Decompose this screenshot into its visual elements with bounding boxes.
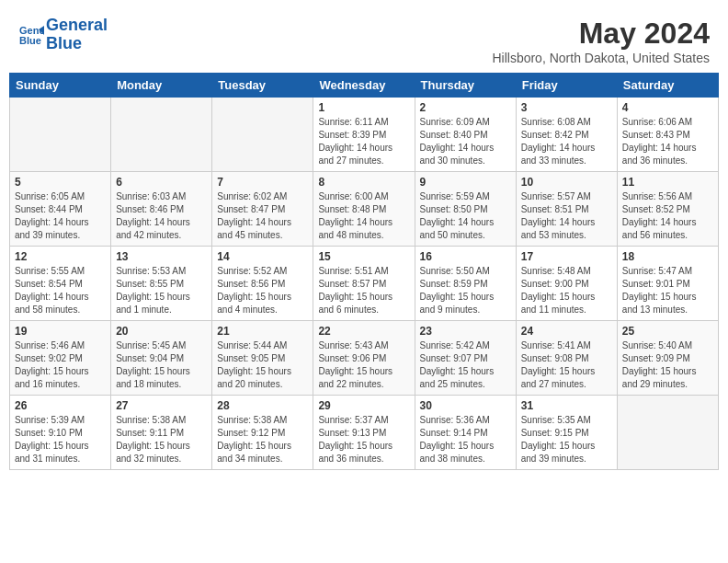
calendar-day-8: 8Sunrise: 6:00 AM Sunset: 8:48 PM Daylig… bbox=[313, 172, 415, 247]
day-info: Sunrise: 5:55 AM Sunset: 8:54 PM Dayligh… bbox=[15, 265, 106, 316]
day-number: 11 bbox=[622, 176, 713, 189]
calendar-day-3: 3Sunrise: 6:08 AM Sunset: 8:42 PM Daylig… bbox=[516, 98, 617, 172]
calendar-day-7: 7Sunrise: 6:02 AM Sunset: 8:47 PM Daylig… bbox=[212, 172, 313, 247]
day-number: 4 bbox=[622, 101, 713, 114]
day-number: 17 bbox=[521, 250, 612, 263]
day-info: Sunrise: 6:02 AM Sunset: 8:47 PM Dayligh… bbox=[217, 190, 308, 242]
calendar-empty-cell bbox=[111, 98, 212, 172]
calendar-day-29: 29Sunrise: 5:37 AM Sunset: 9:13 PM Dayli… bbox=[313, 396, 415, 470]
day-number: 23 bbox=[420, 325, 511, 338]
day-number: 3 bbox=[521, 101, 612, 114]
calendar-empty-cell bbox=[617, 396, 718, 470]
calendar-day-13: 13Sunrise: 5:53 AM Sunset: 8:55 PM Dayli… bbox=[111, 247, 212, 321]
day-number: 24 bbox=[521, 325, 612, 338]
day-info: Sunrise: 5:45 AM Sunset: 9:04 PM Dayligh… bbox=[116, 339, 207, 391]
day-info: Sunrise: 5:47 AM Sunset: 9:01 PM Dayligh… bbox=[622, 265, 713, 316]
calendar-day-28: 28Sunrise: 5:38 AM Sunset: 9:12 PM Dayli… bbox=[212, 396, 313, 470]
day-number: 31 bbox=[521, 399, 612, 412]
day-number: 27 bbox=[116, 399, 207, 412]
day-info: Sunrise: 6:09 AM Sunset: 8:40 PM Dayligh… bbox=[420, 116, 511, 167]
weekday-header-sunday: Sunday bbox=[10, 74, 111, 98]
day-info: Sunrise: 5:38 AM Sunset: 9:11 PM Dayligh… bbox=[116, 414, 207, 465]
day-info: Sunrise: 5:51 AM Sunset: 8:57 PM Dayligh… bbox=[318, 265, 409, 316]
weekday-header-saturday: Saturday bbox=[617, 74, 718, 98]
day-info: Sunrise: 5:39 AM Sunset: 9:10 PM Dayligh… bbox=[15, 414, 106, 465]
page-header: General Blue GeneralBlue May 2024 Hillsb… bbox=[9, 9, 719, 69]
day-info: Sunrise: 5:43 AM Sunset: 9:06 PM Dayligh… bbox=[318, 339, 409, 391]
calendar-week-2: 5Sunrise: 6:05 AM Sunset: 8:44 PM Daylig… bbox=[10, 172, 719, 247]
day-info: Sunrise: 6:00 AM Sunset: 8:48 PM Dayligh… bbox=[318, 190, 409, 242]
calendar-day-18: 18Sunrise: 5:47 AM Sunset: 9:01 PM Dayli… bbox=[617, 247, 718, 321]
day-info: Sunrise: 5:52 AM Sunset: 8:56 PM Dayligh… bbox=[217, 265, 308, 316]
weekday-header-wednesday: Wednesday bbox=[313, 74, 415, 98]
day-number: 19 bbox=[15, 325, 106, 338]
month-title: May 2024 bbox=[492, 17, 710, 51]
calendar-day-11: 11Sunrise: 5:56 AM Sunset: 8:52 PM Dayli… bbox=[617, 172, 718, 247]
calendar-week-3: 12Sunrise: 5:55 AM Sunset: 8:54 PM Dayli… bbox=[10, 247, 719, 321]
calendar-week-4: 19Sunrise: 5:46 AM Sunset: 9:02 PM Dayli… bbox=[10, 321, 719, 396]
calendar-day-17: 17Sunrise: 5:48 AM Sunset: 9:00 PM Dayli… bbox=[516, 247, 617, 321]
day-number: 14 bbox=[217, 250, 308, 263]
day-info: Sunrise: 5:44 AM Sunset: 9:05 PM Dayligh… bbox=[217, 339, 308, 391]
calendar-empty-cell bbox=[212, 98, 313, 172]
day-info: Sunrise: 5:40 AM Sunset: 9:09 PM Dayligh… bbox=[622, 339, 713, 391]
day-number: 21 bbox=[217, 325, 308, 338]
calendar-day-24: 24Sunrise: 5:41 AM Sunset: 9:08 PM Dayli… bbox=[516, 321, 617, 396]
day-info: Sunrise: 5:53 AM Sunset: 8:55 PM Dayligh… bbox=[116, 265, 207, 316]
calendar-day-26: 26Sunrise: 5:39 AM Sunset: 9:10 PM Dayli… bbox=[10, 396, 111, 470]
day-number: 28 bbox=[217, 399, 308, 412]
day-number: 1 bbox=[318, 101, 409, 114]
calendar-table: SundayMondayTuesdayWednesdayThursdayFrid… bbox=[9, 73, 719, 470]
day-info: Sunrise: 6:11 AM Sunset: 8:39 PM Dayligh… bbox=[318, 116, 409, 167]
logo-text: GeneralBlue bbox=[46, 17, 108, 53]
day-number: 2 bbox=[420, 101, 511, 114]
day-number: 26 bbox=[15, 399, 106, 412]
day-number: 7 bbox=[217, 176, 308, 189]
calendar-day-6: 6Sunrise: 6:03 AM Sunset: 8:46 PM Daylig… bbox=[111, 172, 212, 247]
weekday-header-tuesday: Tuesday bbox=[212, 74, 313, 98]
calendar-day-1: 1Sunrise: 6:11 AM Sunset: 8:39 PM Daylig… bbox=[313, 98, 415, 172]
day-info: Sunrise: 5:38 AM Sunset: 9:12 PM Dayligh… bbox=[217, 414, 308, 465]
day-info: Sunrise: 5:36 AM Sunset: 9:14 PM Dayligh… bbox=[420, 414, 511, 465]
day-info: Sunrise: 6:05 AM Sunset: 8:44 PM Dayligh… bbox=[15, 190, 106, 242]
day-info: Sunrise: 5:59 AM Sunset: 8:50 PM Dayligh… bbox=[420, 190, 511, 242]
calendar-day-16: 16Sunrise: 5:50 AM Sunset: 8:59 PM Dayli… bbox=[415, 247, 516, 321]
logo-icon: General Blue bbox=[18, 22, 44, 48]
calendar-day-27: 27Sunrise: 5:38 AM Sunset: 9:11 PM Dayli… bbox=[111, 396, 212, 470]
location-title: Hillsboro, North Dakota, United States bbox=[492, 51, 710, 65]
day-number: 29 bbox=[318, 399, 409, 412]
day-number: 22 bbox=[318, 325, 409, 338]
day-info: Sunrise: 5:48 AM Sunset: 9:00 PM Dayligh… bbox=[521, 265, 612, 316]
day-info: Sunrise: 6:03 AM Sunset: 8:46 PM Dayligh… bbox=[116, 190, 207, 242]
title-block: May 2024 Hillsboro, North Dakota, United… bbox=[492, 17, 710, 65]
weekday-header-row: SundayMondayTuesdayWednesdayThursdayFrid… bbox=[10, 74, 719, 98]
day-number: 16 bbox=[420, 250, 511, 263]
day-info: Sunrise: 5:41 AM Sunset: 9:08 PM Dayligh… bbox=[521, 339, 612, 391]
day-info: Sunrise: 6:06 AM Sunset: 8:43 PM Dayligh… bbox=[622, 116, 713, 167]
day-info: Sunrise: 5:57 AM Sunset: 8:51 PM Dayligh… bbox=[521, 190, 612, 242]
logo: General Blue GeneralBlue bbox=[18, 17, 108, 53]
day-number: 6 bbox=[116, 176, 207, 189]
day-number: 30 bbox=[420, 399, 511, 412]
day-info: Sunrise: 5:42 AM Sunset: 9:07 PM Dayligh… bbox=[420, 339, 511, 391]
day-info: Sunrise: 5:35 AM Sunset: 9:15 PM Dayligh… bbox=[521, 414, 612, 465]
calendar-day-2: 2Sunrise: 6:09 AM Sunset: 8:40 PM Daylig… bbox=[415, 98, 516, 172]
calendar-day-19: 19Sunrise: 5:46 AM Sunset: 9:02 PM Dayli… bbox=[10, 321, 111, 396]
calendar-day-31: 31Sunrise: 5:35 AM Sunset: 9:15 PM Dayli… bbox=[516, 396, 617, 470]
svg-text:Blue: Blue bbox=[19, 35, 41, 46]
calendar-day-12: 12Sunrise: 5:55 AM Sunset: 8:54 PM Dayli… bbox=[10, 247, 111, 321]
day-number: 10 bbox=[521, 176, 612, 189]
day-number: 18 bbox=[622, 250, 713, 263]
day-info: Sunrise: 5:50 AM Sunset: 8:59 PM Dayligh… bbox=[420, 265, 511, 316]
calendar-day-21: 21Sunrise: 5:44 AM Sunset: 9:05 PM Dayli… bbox=[212, 321, 313, 396]
calendar-week-5: 26Sunrise: 5:39 AM Sunset: 9:10 PM Dayli… bbox=[10, 396, 719, 470]
calendar-week-1: 1Sunrise: 6:11 AM Sunset: 8:39 PM Daylig… bbox=[10, 98, 719, 172]
day-number: 9 bbox=[420, 176, 511, 189]
calendar-empty-cell bbox=[10, 98, 111, 172]
weekday-header-monday: Monday bbox=[111, 74, 212, 98]
calendar-day-14: 14Sunrise: 5:52 AM Sunset: 8:56 PM Dayli… bbox=[212, 247, 313, 321]
weekday-header-friday: Friday bbox=[516, 74, 617, 98]
day-info: Sunrise: 5:56 AM Sunset: 8:52 PM Dayligh… bbox=[622, 190, 713, 242]
calendar-day-15: 15Sunrise: 5:51 AM Sunset: 8:57 PM Dayli… bbox=[313, 247, 415, 321]
day-info: Sunrise: 5:46 AM Sunset: 9:02 PM Dayligh… bbox=[15, 339, 106, 391]
